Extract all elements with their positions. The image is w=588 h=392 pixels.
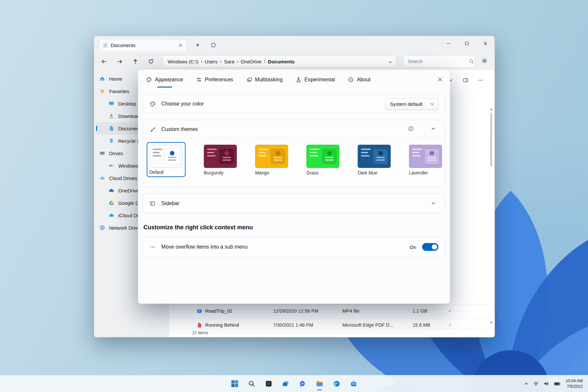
context-menu-heading: Customize the right click context menu bbox=[143, 224, 445, 231]
file-date: 7/30/2021 1:48 PM bbox=[273, 322, 313, 328]
icloud-icon bbox=[108, 212, 115, 218]
close-button[interactable] bbox=[476, 36, 495, 51]
edge-button[interactable] bbox=[329, 376, 344, 391]
tab-close-icon[interactable] bbox=[177, 42, 184, 49]
color-mode-dropdown[interactable]: System default bbox=[385, 98, 438, 110]
choose-color-label: Choose your color bbox=[161, 101, 204, 107]
tab-documents[interactable]: Documents bbox=[99, 39, 187, 51]
task-view-button[interactable] bbox=[278, 376, 293, 391]
gear-icon bbox=[482, 58, 487, 65]
custom-themes-card: Custom themes DefaultBurgundyMangoGrassD… bbox=[143, 120, 445, 187]
theme-name: Lavender bbox=[409, 170, 442, 175]
theme-lavender[interactable]: Lavender bbox=[409, 145, 442, 175]
volume-icon[interactable] bbox=[542, 377, 551, 390]
file-check-icon: ✓ bbox=[448, 308, 452, 313]
breadcrumb-segment-users[interactable]: Users bbox=[205, 59, 218, 64]
tray-chevron-up-icon[interactable] bbox=[522, 377, 530, 390]
dark-app-button[interactable] bbox=[261, 376, 276, 391]
scroll-down-icon[interactable] bbox=[490, 322, 493, 324]
tab-appearance[interactable]: Appearance bbox=[146, 70, 183, 90]
onedrive-icon bbox=[108, 188, 115, 193]
breadcrumb-segment-windows-c[interactable]: Windows (C:\) bbox=[168, 59, 198, 64]
theme-burgundy[interactable]: Burgundy bbox=[204, 145, 237, 175]
files-button[interactable] bbox=[312, 376, 327, 391]
preview-pane-icon[interactable] bbox=[461, 75, 470, 85]
theme-preview-card bbox=[306, 145, 339, 168]
search-icon bbox=[469, 59, 474, 64]
tab-preferences[interactable]: Preferences bbox=[196, 70, 233, 90]
themes-collapse-button[interactable] bbox=[428, 124, 438, 135]
appearance-tab-icon bbox=[146, 77, 152, 83]
item-count: 21 items bbox=[192, 330, 208, 335]
file-type: MP4 file bbox=[342, 308, 359, 314]
theme-grass[interactable]: Grass bbox=[306, 145, 339, 175]
search-icon bbox=[248, 380, 255, 387]
theme-accent-dot bbox=[327, 151, 332, 155]
battery-icon[interactable] bbox=[552, 377, 563, 390]
edge-icon bbox=[333, 380, 340, 387]
breadcrumb-segment-documents[interactable]: Documents bbox=[268, 59, 295, 64]
taskbar: 10:04 AM 7/5/2022 bbox=[0, 375, 588, 392]
up-button[interactable] bbox=[129, 56, 141, 67]
tab-about[interactable]: About bbox=[348, 70, 370, 90]
chat-button[interactable] bbox=[295, 376, 310, 391]
wifi-icon[interactable] bbox=[531, 377, 541, 390]
settings-gear-button[interactable] bbox=[478, 56, 491, 67]
tab-multitasking[interactable]: Multitasking bbox=[246, 70, 283, 90]
new-tab-button[interactable]: + bbox=[193, 41, 202, 50]
refresh-button[interactable] bbox=[145, 56, 157, 67]
breadcrumb-segment-onedrive[interactable]: OneDrive bbox=[241, 59, 261, 64]
desktop-icon bbox=[108, 101, 115, 106]
start-button[interactable] bbox=[227, 376, 242, 391]
overflow-toggle[interactable] bbox=[422, 243, 438, 251]
themes-info-button[interactable] bbox=[406, 124, 416, 135]
address-bar[interactable]: Windows (C:\)›Users›Sara›OneDrive›Docume… bbox=[163, 56, 396, 67]
theme-accent-dot bbox=[378, 151, 383, 155]
pdf-file-icon bbox=[197, 322, 202, 328]
back-button[interactable] bbox=[98, 56, 110, 67]
search-input[interactable] bbox=[404, 59, 469, 64]
documents-icon bbox=[108, 125, 115, 131]
sidebar-section-label: Sidebar bbox=[161, 201, 179, 206]
about-tab-icon bbox=[348, 77, 354, 83]
tab-experimental[interactable]: Experimental bbox=[296, 70, 335, 90]
dialog-close-button[interactable] bbox=[435, 75, 445, 85]
theme-accent-dot bbox=[276, 151, 280, 155]
maximize-button[interactable] bbox=[457, 36, 476, 51]
file-name: Running Behind bbox=[205, 322, 239, 328]
navigation-toolbar: Windows (C:\)›Users›Sara›OneDrive›Docume… bbox=[94, 53, 495, 70]
taskbar-clock[interactable]: 10:04 AM 7/5/2022 bbox=[564, 378, 586, 389]
vertical-tabs-button[interactable] bbox=[209, 41, 218, 50]
chevron-up-icon bbox=[431, 126, 435, 132]
minimize-button[interactable] bbox=[439, 36, 457, 51]
custom-themes-header[interactable]: Custom themes bbox=[143, 120, 445, 139]
scrollbar-thumb[interactable] bbox=[490, 113, 492, 167]
theme-preview-card bbox=[255, 145, 288, 168]
settings-body: Choose your color System default Custom … bbox=[138, 94, 450, 257]
theme-mango[interactable]: Mango bbox=[255, 145, 288, 175]
sidebar-expand-button[interactable] bbox=[428, 198, 438, 209]
breadcrumb-segment-sara[interactable]: Sara bbox=[224, 59, 235, 64]
toggle-state-label: On bbox=[410, 244, 416, 250]
theme-dark-blue[interactable]: Dark blue bbox=[358, 145, 391, 175]
paintbrush-icon bbox=[150, 126, 156, 132]
start-icon bbox=[231, 380, 239, 388]
dark-app-icon bbox=[265, 380, 272, 387]
files-icon bbox=[316, 380, 324, 388]
scroll-up-icon[interactable] bbox=[490, 108, 493, 110]
forward-button[interactable] bbox=[114, 56, 125, 67]
theme-accent-dot bbox=[170, 151, 174, 155]
more-options-icon[interactable] bbox=[476, 75, 485, 85]
file-row-roadtrip-02[interactable]: RoadTrip_0212/28/2020 12:58 PMMP4 file1.… bbox=[169, 304, 489, 318]
recycle-icon bbox=[108, 138, 115, 144]
search-button[interactable] bbox=[244, 376, 259, 391]
breadcrumb-separator: › bbox=[201, 58, 203, 65]
settings-tabs: AppearancePreferencesMultitaskingExperim… bbox=[138, 70, 450, 90]
scrollbar[interactable] bbox=[490, 108, 493, 324]
palette-icon bbox=[150, 101, 156, 107]
theme-default[interactable]: Default bbox=[147, 142, 186, 177]
system-tray: 10:04 AM 7/5/2022 bbox=[522, 375, 586, 392]
store-button[interactable] bbox=[346, 376, 361, 391]
address-chevron-down-icon[interactable] bbox=[388, 59, 392, 65]
sidebar-settings-row[interactable]: Sidebar bbox=[143, 194, 445, 213]
